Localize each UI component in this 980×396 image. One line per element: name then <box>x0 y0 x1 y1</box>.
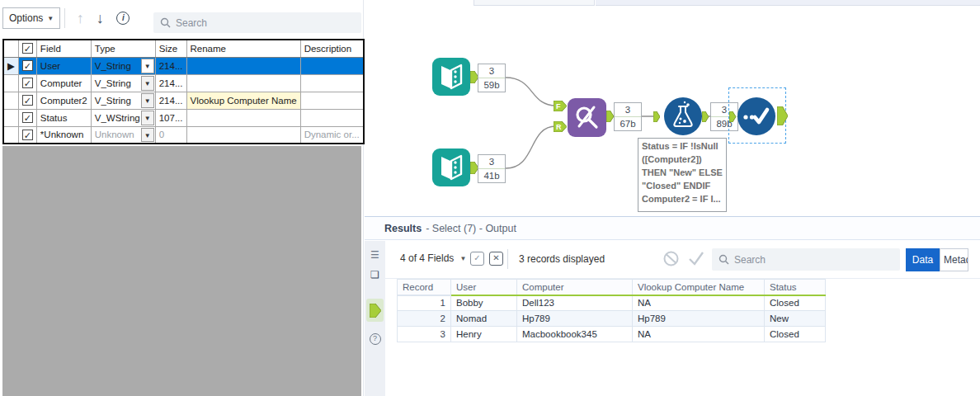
vlookup-column-header[interactable]: Vlookup Computer Name <box>633 280 765 295</box>
rename-cell[interactable] <box>186 74 300 92</box>
select-all-header <box>18 40 36 57</box>
row-selector[interactable] <box>3 126 18 144</box>
rename-cell[interactable] <box>186 57 300 74</box>
description-cell[interactable]: Dynamic or... <box>300 126 364 144</box>
output-anchor[interactable] <box>777 106 788 127</box>
field-checkbox[interactable] <box>22 95 33 106</box>
rename-cell[interactable]: Vlookup Computer Name <box>186 92 300 109</box>
table-row[interactable]: 2 Nomad Hp789 Hp789 New <box>398 311 826 327</box>
rename-cell[interactable] <box>186 126 300 144</box>
size-cell[interactable]: 214... <box>155 74 186 92</box>
formula-tool[interactable] <box>664 97 702 137</box>
annotation-size: 41b <box>478 168 505 182</box>
record-cell: 1 <box>398 295 451 311</box>
chevron-down-icon: ▼ <box>459 255 466 262</box>
field-name-cell[interactable]: Status <box>36 109 91 126</box>
row-selector[interactable]: ▶ <box>3 57 18 74</box>
fields-dropdown[interactable]: 4 of 4 Fields ▼ <box>400 252 466 264</box>
list-view-icon[interactable]: ☰ <box>365 249 385 261</box>
move-down-icon[interactable]: ↓ <box>90 10 110 27</box>
field-name-cell[interactable]: *Unknown <box>36 126 91 144</box>
user-column-header[interactable]: User <box>451 280 517 295</box>
field-name-cell[interactable]: User <box>36 57 91 74</box>
field-row-unknown[interactable]: *Unknown Unknown▼ 0 Dynamic or... <box>3 126 364 144</box>
type-dropdown-icon[interactable]: ▼ <box>141 59 154 73</box>
input-data-tool-2[interactable] <box>432 148 470 188</box>
select-tool[interactable] <box>737 97 775 137</box>
find-input-anchor-f[interactable]: F <box>554 101 567 113</box>
status-column-header[interactable]: Status <box>765 280 826 295</box>
size-column-header: Size <box>155 40 186 57</box>
uncheck-all-fields-icon[interactable]: ✕ <box>489 252 503 266</box>
search-placeholder: Search <box>734 254 766 266</box>
type-dropdown-icon[interactable]: ▼ <box>141 111 154 125</box>
computer-column-header[interactable]: Computer <box>517 280 633 295</box>
description-cell[interactable] <box>300 109 364 126</box>
size-cell[interactable]: 214... <box>155 57 186 74</box>
field-row-user[interactable]: ▶ User V_String▼ 214... <box>3 57 364 74</box>
options-label: Options <box>9 12 43 24</box>
tab-data[interactable]: Data <box>906 248 940 271</box>
formula-annotation-comment[interactable]: Status = IF !IsNull ([Computer2]) THEN "… <box>638 138 727 212</box>
annotation-count: 3 <box>615 103 641 116</box>
input-data-tool-1[interactable] <box>432 58 470 97</box>
workflow-canvas[interactable]: 3 59b 3 41b F R 3 67b <box>365 0 980 216</box>
field-checkbox[interactable] <box>22 130 33 140</box>
description-cell[interactable] <box>300 74 364 92</box>
type-dropdown-icon[interactable]: ▼ <box>141 128 154 143</box>
replace-input-anchor-r[interactable]: R <box>554 121 567 134</box>
record-column-header[interactable]: Record <box>398 280 451 295</box>
description-cell[interactable] <box>300 92 364 109</box>
field-row-status[interactable]: Status V_WString▼ 107... <box>3 109 364 126</box>
row-selector[interactable] <box>3 92 18 109</box>
tool-annotation[interactable]: 3 41b <box>478 154 506 183</box>
output-anchor[interactable] <box>606 111 614 124</box>
tool-annotation[interactable]: 3 67b <box>614 102 642 131</box>
table-row[interactable]: 1 Bobby Dell123 NA Closed <box>398 295 826 311</box>
find-replace-tool[interactable] <box>568 98 606 139</box>
help-icon[interactable]: ? <box>365 333 385 345</box>
field-row-computer[interactable]: Computer V_String▼ 214... <box>3 74 364 92</box>
type-cell[interactable]: V_String▼ <box>91 57 155 74</box>
input-anchor[interactable] <box>653 111 660 124</box>
size-cell[interactable]: 214... <box>155 92 186 109</box>
move-up-icon[interactable]: ↑ <box>70 10 90 27</box>
table-row[interactable]: 3 Henry Macbookbook345 NA Closed <box>398 327 826 342</box>
field-checkbox[interactable] <box>22 112 33 123</box>
cell-viewer-icon[interactable]: ❏ <box>365 269 385 280</box>
record-cell: 3 <box>398 327 451 342</box>
type-cell[interactable]: V_WString▼ <box>91 109 155 126</box>
results-search-input[interactable]: Search <box>712 248 900 271</box>
tab-metadata[interactable]: Metadata <box>940 248 968 271</box>
options-button[interactable]: Options ▼ <box>2 7 60 29</box>
config-search-input[interactable]: Search <box>153 12 361 33</box>
field-checkbox[interactable] <box>22 78 33 88</box>
description-cell[interactable] <box>300 57 364 74</box>
tool-annotation[interactable]: 3 59b <box>478 64 506 92</box>
output-anchor[interactable] <box>702 111 709 124</box>
rename-cell[interactable] <box>186 109 300 126</box>
type-cell[interactable]: V_String▼ <box>91 92 155 109</box>
info-icon[interactable]: i <box>116 12 130 25</box>
size-cell[interactable]: 0 <box>155 126 186 144</box>
type-cell[interactable]: Unknown▼ <box>91 126 155 144</box>
input-anchor[interactable] <box>729 111 736 124</box>
size-cell[interactable]: 107... <box>155 109 186 126</box>
row-selector[interactable] <box>3 109 18 126</box>
type-dropdown-icon[interactable]: ▼ <box>141 76 154 91</box>
block-icon[interactable] <box>663 251 679 268</box>
output-anchor-icon[interactable] <box>365 304 385 319</box>
select-all-checkbox[interactable] <box>22 43 33 54</box>
type-cell[interactable]: V_String▼ <box>91 74 155 92</box>
row-selector[interactable] <box>3 74 18 92</box>
check-all-fields-icon[interactable]: ✓ <box>470 252 484 266</box>
results-panel: Results - Select (7) - Output ☰ ❏ ? 4 of… <box>365 216 980 396</box>
field-name-cell[interactable]: Computer <box>36 74 91 92</box>
apply-check-icon[interactable] <box>687 250 705 268</box>
results-subtitle: - Select (7) - Output <box>426 223 516 234</box>
field-row-computer2[interactable]: Computer2 V_String▼ 214... Vlookup Compu… <box>3 92 364 109</box>
type-dropdown-icon[interactable]: ▼ <box>141 93 154 108</box>
row-selector-header <box>3 40 18 57</box>
field-name-cell[interactable]: Computer2 <box>36 92 91 109</box>
field-checkbox[interactable] <box>22 60 33 71</box>
